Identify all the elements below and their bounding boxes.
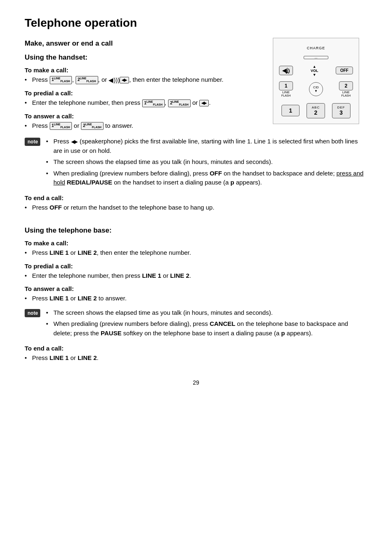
handset-note-content: Press ◀▸ (speakerphone) picks the first … [46, 137, 367, 189]
note-label-2: note [25, 309, 40, 317]
answer-call-bullet: Press 1LINEFLASH or 2LINEFLASH to answer… [25, 121, 265, 131]
line2-device-btn: 2 [339, 81, 353, 90]
cid-area: CID ▼ [309, 82, 323, 96]
main-heading: Make, answer or end a call [25, 39, 265, 48]
vol-label: VOL [311, 69, 318, 73]
base-note-1: The screen shows the elapsed time as you… [46, 308, 367, 318]
charge-bar: — [304, 56, 328, 59]
speaker-button-inline: ◀▸ [120, 77, 129, 83]
page-number: 29 [25, 379, 367, 386]
make-call-heading-base: To make a call: [25, 240, 367, 247]
answer-call-bullet-base: Press LINE 1 or LINE 2 to answer. [25, 294, 367, 303]
predial-call-heading: To predial a call: [25, 90, 265, 97]
line1-device-label: LINE [282, 90, 290, 94]
line2-btn2: 2LINEFLASH [168, 99, 191, 107]
line1-device-btn: 1 [279, 81, 293, 90]
line1-btn2: 1LINEFLASH [142, 99, 165, 107]
handset-note-3: When predialing (preview numbers before … [46, 169, 367, 187]
answer-call-heading-base: To answer a call: [25, 285, 367, 292]
off-device-btn: OFF [336, 67, 353, 74]
handset-section: Make, answer or end a call Using the han… [25, 34, 273, 132]
make-call-heading: To make a call: [25, 67, 265, 74]
predial-call-bullet: Enter the telephone number, then press 1… [25, 98, 265, 108]
predial-call-heading-base: To predial a call: [25, 263, 367, 270]
end-call-heading-base: To end a call: [25, 345, 367, 352]
handset-note-1: Press ◀▸ (speakerphone) picks the first … [46, 137, 367, 155]
handset-note-2: The screen shows the elapsed time as you… [46, 157, 367, 167]
predial-call-bullet-base: Enter the telephone number, then press L… [25, 271, 367, 281]
end-call-heading-handset: To end a call: [25, 194, 367, 201]
base-note-2: When predialing (preview numbers before … [46, 319, 367, 338]
vol-down-icon: ▼ [313, 73, 316, 77]
line2-flash-label: FLASH [341, 94, 351, 97]
make-call-bullet-base: Press LINE 1 or LINE 2, then enter the t… [25, 248, 367, 258]
line2-device-label: LINE [342, 90, 350, 94]
note-label-1: note [25, 138, 40, 146]
base-note-content: The screen shows the elapsed time as you… [46, 308, 367, 340]
num3-btn: DEF 3 [332, 103, 350, 118]
page-title: Telephone operation [25, 16, 367, 30]
vol-up-icon: ▲ [313, 65, 316, 69]
speaker-btn2: ◀▸ [199, 100, 209, 106]
line2-btn3: 2LINEFLASH [81, 122, 104, 130]
device-diagram: CHARGE — ◀ʝ) ▲ VOL ▼ OFF 1 [273, 38, 367, 124]
speaker-device-btn: ◀ʝ) [279, 66, 293, 75]
handset-heading: Using the handset: [25, 53, 265, 62]
line1-btn3: 1LINEFLASH [50, 122, 72, 130]
charge-label: CHARGE [307, 46, 325, 50]
base-note-box: note The screen shows the elapsed time a… [25, 308, 367, 340]
make-call-bullet: Press 1LINEFLASH, 2LINEFLASH, or ◀))) ◀▸… [25, 75, 265, 85]
end-call-bullet-base: Press LINE 1 or LINE 2. [25, 353, 367, 363]
answer-call-heading: To answer a call: [25, 113, 265, 120]
end-call-bullet-handset: Press OFF or return the handset to the t… [25, 203, 367, 212]
handset-note-box: note Press ◀▸ (speakerphone) picks the f… [25, 137, 367, 189]
base-heading: Using the telephone base: [25, 226, 367, 235]
line2-button-inline: 2LINEFLASH [76, 76, 98, 84]
line1-button-inline: 1LINEFLASH [50, 76, 72, 84]
speaker-icon: ◀))) [108, 76, 120, 85]
num2-btn: ABC 2 [307, 103, 325, 118]
line1-flash-label: FLASH [281, 94, 291, 97]
num1-btn: 1 [281, 105, 300, 116]
